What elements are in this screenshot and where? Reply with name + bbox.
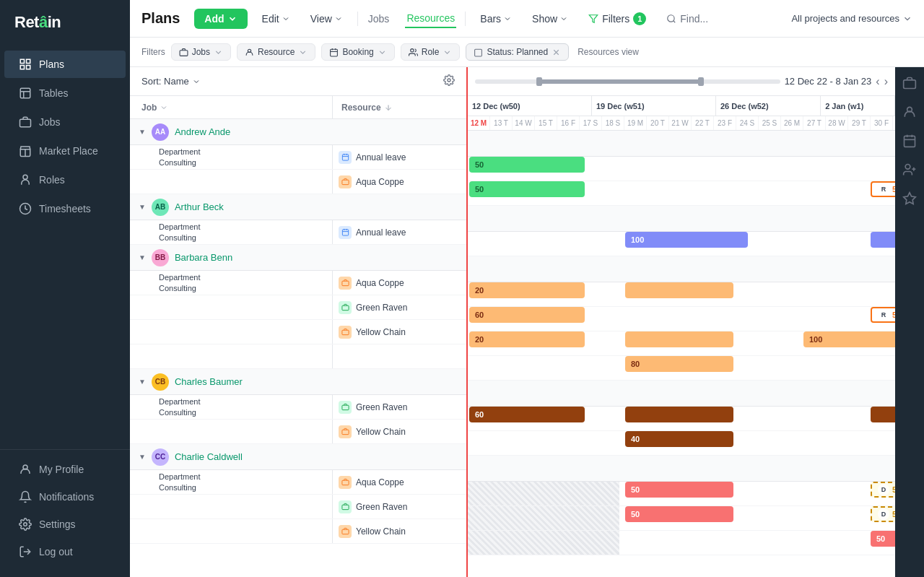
gantt-bar-charlie-green-2[interactable]: D 50 (871, 506, 895, 522)
job-row-barbara-3: Yellow Chain (130, 320, 466, 344)
add-button[interactable]: Add (194, 9, 247, 29)
date-next-button[interactable]: › (884, 75, 888, 88)
tab-resources[interactable]: Resources (405, 9, 456, 28)
gantt-bar-row-charlie-2: 50 D 50 (468, 506, 895, 531)
week-block-50: 12 Dec (w50) (468, 96, 592, 116)
svg-rect-43 (341, 480, 348, 485)
sidebar-item-marketplace[interactable]: Market Place (4, 137, 126, 165)
expand-icon-arthur[interactable]: ▼ (139, 203, 146, 211)
svg-marker-55 (904, 193, 916, 204)
gantt-bar-charlie-aqua-2[interactable]: D 50 (871, 482, 895, 498)
filters-button[interactable]: Filters 1 (583, 9, 652, 28)
sidebar-item-jobs[interactable]: Jobs (4, 108, 126, 136)
gantt-bar-barbara-aqua-2[interactable] (625, 282, 733, 298)
day-13t: 13 T (490, 116, 513, 130)
topbar: Plans Add Edit View Jobs Resources Bars … (130, 0, 924, 38)
right-panel-briefcase-icon[interactable] (902, 76, 917, 90)
right-panel-person-icon[interactable] (902, 105, 917, 119)
column-headers: Job Resource (130, 96, 466, 119)
filter-chip-role[interactable]: Role (401, 43, 461, 61)
gantt-bar-andrew-annual-leave[interactable]: 50 (469, 157, 585, 173)
right-panel-person-add-icon[interactable] (902, 162, 917, 177)
day-12m: 12 M (468, 116, 490, 130)
svg-rect-2 (20, 66, 24, 69)
resource-icon-yellow-chain-charles (339, 425, 352, 438)
find-button[interactable]: Find... (661, 10, 714, 27)
edit-button[interactable]: Edit (256, 10, 296, 27)
gantt-bar-barbara-yellow-1[interactable]: 20 (469, 331, 585, 347)
gantt-bar-barbara-4[interactable]: 80 (625, 356, 733, 372)
sidebar-item-roles[interactable]: Roles (4, 166, 126, 194)
filter-chip-status[interactable]: Status: Planned (466, 43, 569, 61)
filter-chip-jobs[interactable]: Jobs (171, 43, 231, 61)
gantt-bar-barbara-aqua-1[interactable]: 20 (469, 282, 585, 298)
gantt-bar-charlie-green-1[interactable]: 50 (625, 506, 733, 522)
gantt-bar-charles-yellow-1[interactable]: 40 (625, 431, 733, 447)
day-header-row: 12 M 13 T 14 W 15 T 16 F 17 S 18 S 19 M … (468, 116, 895, 131)
job-row-charlie-1: DepartmentConsulting Aqua Coppe (130, 470, 466, 495)
gantt-bar-charlie-yellow-1[interactable]: 50 (871, 531, 895, 547)
sidebar-item-tables[interactable]: Tables (4, 79, 126, 107)
sidebar-item-myprofile[interactable]: My Profile (4, 456, 126, 483)
page-title: Plans (141, 10, 180, 27)
gantt-bar-charles-green-2[interactable] (625, 407, 733, 422)
gantt-bar-charles-green-1[interactable]: 60 (469, 407, 585, 422)
tab-jobs[interactable]: Jobs (367, 10, 391, 27)
gantt-bar-row-barbara-2: 60 R 50 (468, 307, 895, 331)
sort-resource-icon[interactable] (384, 103, 393, 112)
sort-button[interactable]: Sort: Name (141, 76, 201, 87)
gantt-bar-row-barbara-3: 20 100 (468, 331, 895, 356)
filter-chip-resource[interactable]: Resource (237, 43, 315, 61)
gantt-bar-barbara-green-1[interactable]: 60 (469, 307, 585, 323)
hatched-area-charlie-3 (468, 531, 619, 555)
sidebar-item-plans[interactable]: Plans (4, 51, 126, 78)
resources-view-label: Resources view (578, 47, 639, 57)
bars-button[interactable]: Bars (474, 10, 518, 27)
sidebar-item-settings[interactable]: Settings (4, 511, 126, 538)
svg-marker-14 (589, 14, 598, 22)
filter-chip-booking[interactable]: Booking (321, 43, 394, 61)
svg-rect-48 (905, 136, 915, 147)
hatched-area-charlie-1 (468, 482, 619, 506)
gantt-bar-arthur-annual-1[interactable]: 100 (625, 232, 748, 248)
sidebar-item-timesheets[interactable]: Timesheets (4, 195, 126, 222)
svg-rect-41 (341, 405, 348, 409)
date-prev-button[interactable]: ‹ (876, 75, 879, 88)
date-range-right-handle[interactable] (698, 77, 704, 86)
gear-settings-button[interactable] (443, 74, 455, 88)
right-panel-calendar-icon[interactable] (902, 134, 917, 148)
svg-rect-44 (341, 505, 348, 509)
expand-icon-charlie[interactable]: ▼ (139, 453, 146, 461)
view-button[interactable]: View (305, 10, 349, 27)
status-filter-close[interactable] (552, 48, 561, 57)
expand-icon-charles[interactable]: ▼ (139, 378, 146, 386)
right-panel-star-icon[interactable] (902, 191, 917, 206)
show-button[interactable]: Show (526, 10, 574, 27)
svg-rect-19 (331, 49, 338, 56)
gantt-bar-andrew-aqua-2[interactable]: R 50 (871, 181, 895, 197)
sidebar-item-logout[interactable]: Log out (4, 538, 126, 565)
avatar-charlie: CC (152, 448, 169, 466)
job-row-andrew-1: DepartmentConsulting Annual leave (130, 145, 466, 170)
gantt-bar-barbara-yellow-2[interactable] (625, 331, 733, 347)
gantt-bar-charlie-aqua-1[interactable]: 50 (625, 482, 733, 498)
gantt-bar-arthur-annual-2[interactable] (871, 232, 895, 248)
day-29t: 29 T (848, 116, 871, 130)
expand-icon-barbara[interactable]: ▼ (139, 253, 146, 261)
sidebar-bottom: My Profile Notifications Settings Log ou… (0, 449, 130, 577)
svg-rect-42 (341, 430, 348, 434)
gantt-bar-barbara-green-2[interactable]: R 50 (871, 307, 895, 323)
sidebar-item-notifications[interactable]: Notifications (4, 483, 126, 511)
expand-icon-andrew[interactable]: ▼ (139, 128, 146, 136)
gantt-bar-andrew-aqua-1[interactable]: 50 (469, 181, 585, 197)
resource-icon-annual-leave-arthur (339, 226, 352, 239)
projects-dropdown[interactable]: All projects and resources (791, 13, 912, 24)
gantt-bar-charles-green-3[interactable] (871, 407, 895, 422)
gantt-bar-barbara-yellow-3[interactable]: 100 (803, 331, 895, 347)
app-logo: Retâin (0, 0, 130, 45)
gantt-left-panel: Sort: Name Job Resource (130, 67, 468, 577)
week-block-w1: 2 Jan (w1) (821, 96, 895, 116)
svg-rect-40 (341, 330, 348, 334)
svg-rect-0 (20, 59, 24, 63)
day-28w: 28 W (826, 116, 848, 130)
